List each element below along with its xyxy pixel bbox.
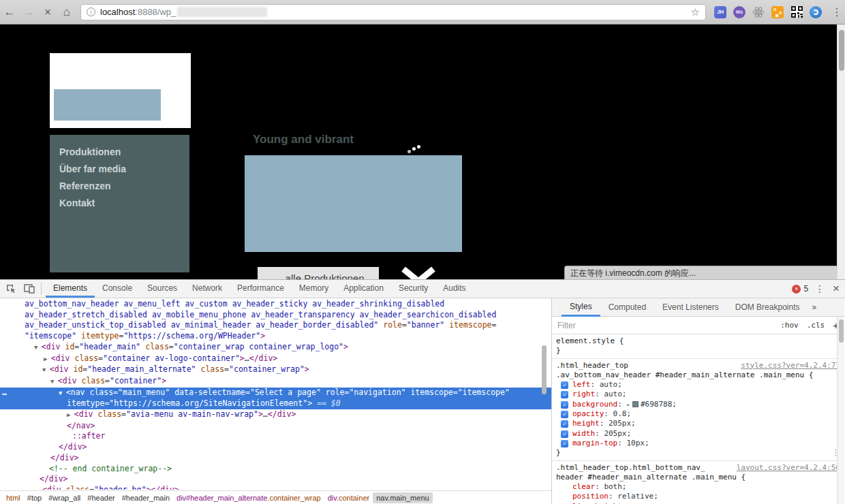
css-property[interactable]: ✓margin-top: 10px; [556, 439, 840, 448]
node-actions-icon[interactable]: … [2, 388, 7, 398]
site-logo[interactable] [50, 53, 191, 128]
dom-node-selected[interactable]: itemtype="https://schema.org/SiteNavigat… [0, 398, 551, 409]
stop-icon[interactable]: × [38, 5, 57, 19]
expand-icon[interactable]: ▸ [626, 401, 630, 408]
error-badge[interactable]: × 5 [792, 284, 808, 294]
page-info-icon[interactable]: i [87, 7, 95, 16]
dom-node[interactable]: </div> [0, 453, 551, 464]
stylesheet-link[interactable]: layout.css?ver=4.2.4:56 [737, 463, 840, 473]
tab-audits[interactable]: Audits [435, 280, 473, 298]
elements-scrollbar-thumb[interactable] [542, 345, 547, 394]
dom-node[interactable]: </div> [0, 442, 551, 453]
dom-node[interactable]: ▶ <div class="container av-logo-containe… [0, 353, 551, 365]
property-checkbox[interactable]: ✓ [561, 391, 568, 398]
css-property[interactable]: ✓background: ▸#698788; [556, 400, 840, 409]
element-style-block[interactable]: element.style { } [552, 334, 844, 359]
code-token: = [224, 364, 229, 374]
dom-node-selected[interactable]: …▼ <nav class="main_menu" data-selectnam… [0, 388, 551, 399]
stylesheet-link[interactable]: style.css?ver=4.2.4:77 [741, 361, 840, 371]
dom-node[interactable]: ::after [0, 431, 551, 442]
color-swatch[interactable] [632, 401, 639, 407]
css-property[interactable]: ✓height: 205px; [556, 419, 840, 428]
blue-globe-extension-icon[interactable] [810, 6, 822, 18]
css-property[interactable]: clear: both; [556, 482, 840, 492]
forward-icon[interactable]: → [19, 5, 38, 19]
devtools-menu-icon[interactable]: ⋮ [815, 283, 825, 294]
bookmark-star-icon[interactable]: ☆ [691, 6, 700, 18]
tab-performance[interactable]: Performance [230, 280, 292, 298]
site-nav-item[interactable]: Über far media [59, 161, 189, 178]
dom-node[interactable]: ▼ <div id="header_main" class="container… [0, 342, 551, 353]
scroll-down-chevron-icon[interactable] [401, 267, 436, 279]
styles-scrollbar-thumb[interactable] [839, 319, 844, 343]
page-scrollbar[interactable] [837, 25, 845, 279]
devtools-panel: ElementsConsoleSourcesNetworkPerformance… [0, 279, 845, 504]
styles-filter-input[interactable] [557, 321, 772, 330]
sidebar-tab-computed[interactable]: Computed [600, 299, 654, 315]
orange-grid-extension-icon[interactable] [771, 6, 784, 18]
sidebar-tab-event-listeners[interactable]: Event Listeners [654, 299, 727, 315]
dom-node[interactable]: </div> [0, 474, 551, 485]
sidebar-tab-styles[interactable]: Styles [562, 298, 600, 317]
css-property[interactable]: ✓right: auto; [556, 390, 840, 399]
tab-sources[interactable]: Sources [140, 280, 185, 298]
tab-network[interactable]: Network [185, 280, 230, 298]
toggle-classes[interactable]: .cls [807, 321, 825, 330]
breadcrumb-item[interactable]: nav.main_menu [373, 492, 432, 503]
sidebar-more-tabs-icon[interactable]: » [812, 302, 816, 312]
dom-node[interactable]: </nav> [0, 421, 551, 432]
breadcrumb-item[interactable]: #wrap_all [45, 492, 84, 503]
sidebar-tab-dom-breakpoints[interactable]: DOM Breakpoints [727, 299, 808, 315]
toggle-hover-state[interactable]: :hov [780, 321, 799, 330]
dom-node[interactable]: ▶ <div class="avia-menu av-main-nav-wrap… [0, 409, 551, 421]
back-icon[interactable]: ← [0, 5, 19, 19]
dom-node[interactable]: <div class="header_bg"></div> [0, 485, 551, 490]
home-icon[interactable]: ⌂ [57, 5, 76, 19]
tab-memory[interactable]: Memory [292, 280, 336, 298]
dom-node[interactable]: ▼ <div id="header_main_alternate" class=… [0, 364, 551, 376]
devtools-close-icon[interactable]: × [833, 282, 840, 296]
inspect-element-icon[interactable] [3, 282, 18, 296]
tab-console[interactable]: Console [95, 280, 140, 298]
property-checkbox[interactable]: ✓ [561, 411, 568, 418]
styles-scrollbar[interactable] [837, 317, 844, 504]
breadcrumb-item[interactable]: #header [84, 492, 118, 503]
site-nav-item[interactable]: Kontakt [59, 195, 189, 212]
dom-node[interactable]: <!-- end container_wrap--> [0, 464, 551, 475]
breadcrumb-item[interactable]: div.container [324, 492, 373, 503]
property-checkbox[interactable]: ✓ [561, 430, 568, 438]
css-property[interactable]: ✓width: 205px; [556, 429, 840, 439]
css-property[interactable]: ✓opacity: 0.8; [556, 409, 840, 419]
property-checkbox[interactable]: ✓ [561, 381, 568, 389]
browser-menu-icon[interactable]: ⋮ [830, 5, 844, 18]
toolbar-divider [41, 283, 42, 295]
property-checkbox[interactable]: ✓ [561, 440, 568, 447]
url-bar[interactable]: i localhost:8888/wp_ ☆ [80, 4, 706, 20]
alle-produktionen-button[interactable]: → alle Produktionen [258, 267, 379, 279]
jh-extension-icon[interactable]: JH [714, 6, 726, 18]
dom-node[interactable]: ▼ <div class="container"> [0, 376, 551, 388]
dom-node[interactable]: "itemscope" itemtype="https://schema.org… [0, 331, 551, 342]
property-checkbox[interactable]: ✓ [561, 420, 568, 428]
dom-node[interactable]: av_header_stretch_disabled av_mobile_men… [0, 310, 551, 321]
breadcrumb-item[interactable]: #top [24, 492, 45, 503]
css-property[interactable]: ✓left: auto; [556, 380, 840, 390]
breadcrumb-item[interactable]: div#header_main_alternate.container_wrap [173, 492, 324, 503]
hero-image[interactable] [245, 155, 462, 252]
tab-application[interactable]: Application [336, 280, 391, 298]
qr-code-extension-icon[interactable] [790, 6, 803, 18]
breadcrumb-item[interactable]: html [3, 492, 24, 503]
dom-node[interactable]: av_bottom_nav_header av_menu_left av_cus… [0, 299, 551, 310]
tab-elements[interactable]: Elements [46, 280, 95, 298]
site-nav-item[interactable]: Referenzen [59, 178, 189, 195]
site-nav-item[interactable]: Produktionen [59, 144, 189, 161]
css-property[interactable]: position: relative; [556, 492, 840, 501]
react-devtools-icon[interactable] [752, 6, 765, 18]
ws-extension-icon[interactable]: Ws [733, 6, 746, 18]
dom-node[interactable]: av_header_unstick_top_disabled av_minima… [0, 320, 551, 331]
property-checkbox[interactable]: ✓ [561, 401, 568, 409]
breadcrumb-item[interactable]: #header_main [119, 492, 173, 503]
tab-security[interactable]: Security [391, 280, 435, 298]
device-toolbar-icon[interactable] [22, 282, 37, 296]
page-scrollbar-thumb[interactable] [839, 30, 844, 71]
